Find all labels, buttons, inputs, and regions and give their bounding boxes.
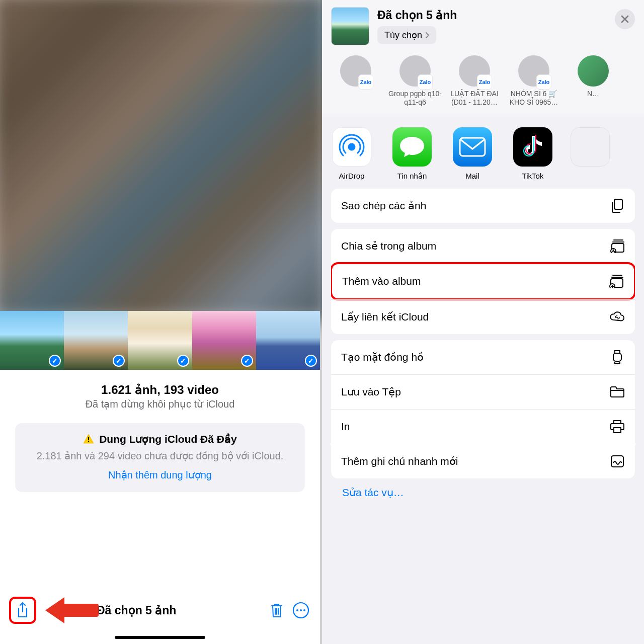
contact-item[interactable]: Zalo NHÓM SỈ 6 🛒 KHO SỈ 0965… [504,55,564,107]
watch-icon [610,350,625,365]
selected-check-icon [305,355,317,367]
thumbnail[interactable] [256,311,320,370]
share-sheet-header: Đã chọn 5 ảnh Tùy chọn [322,0,644,53]
selected-thumbnails-row [0,311,320,370]
edit-actions-link[interactable]: Sửa tác vụ… [331,485,635,501]
app-more[interactable] [571,127,586,181]
icloud-link-icon [610,309,625,325]
action-group: Tạo mặt đồng hồ Lưu vào Tệp In Thêm ghi … [331,340,635,478]
header-thumbnail [331,7,369,45]
app-airdrop[interactable]: AirDrop [329,127,374,181]
sheet-title: Đã chọn 5 ảnh [377,9,607,22]
selected-check-icon [113,355,125,367]
add-album-icon [609,274,624,289]
library-count: 1.621 ảnh, 193 video Đã tạm dừng khôi ph… [0,370,320,419]
messages-icon [392,127,432,167]
contact-item[interactable]: Zalo [326,55,385,107]
svg-rect-0 [88,437,89,440]
apps-row[interactable]: AirDrop Tin nhắn Mail TikTok [322,114,644,185]
svg-rect-7 [460,138,485,156]
tiktok-icon [513,127,552,167]
contact-item[interactable]: Zalo LUẬT ĐẤT ĐAI (D01 - 11.20… [445,55,504,107]
count-main-text: 1.621 ảnh, 193 video [10,383,310,397]
alert-title: Dung Lượng iCloud Đã Đầy [27,433,293,445]
more-apps-icon [571,127,610,167]
save-to-files-action[interactable]: Lưu vào Tệp [331,374,635,409]
icloud-storage-alert[interactable]: Dung Lượng iCloud Đã Đầy 2.181 ảnh và 29… [15,423,305,492]
share-button[interactable] [9,597,36,624]
contact-item[interactable]: Zalo Group pgpb q10-q11-q6 [385,55,445,107]
alert-body: 2.181 ảnh và 294 video chưa được đồng bộ… [27,449,293,463]
selected-check-icon [49,355,61,367]
svg-rect-14 [613,353,621,361]
warning-icon [83,434,94,444]
photo-grid-blurred [0,0,330,321]
svg-point-11 [613,249,614,251]
contact-item[interactable]: N… [564,55,623,107]
folder-icon [610,384,625,399]
svg-rect-1 [88,441,89,442]
share-in-album-action[interactable]: Chia sẻ trong album [331,229,635,263]
zalo-badge-icon: Zalo [418,74,433,90]
close-button[interactable] [615,9,635,29]
icloud-link-action[interactable]: Lấy liên kết iCloud [331,299,635,334]
app-mail[interactable]: Mail [450,127,495,181]
action-group: Chia sẻ trong album Thêm vào album Lấy l… [331,229,635,334]
airdrop-icon [332,127,371,167]
share-sheet-panel: Đã chọn 5 ảnh Tùy chọn Zalo Zalo Group p… [322,0,644,644]
thumbnail[interactable] [128,311,192,370]
thumbnail[interactable] [192,311,256,370]
zalo-badge-icon: Zalo [477,74,492,90]
thumbnail[interactable] [0,311,64,370]
count-sub-text: Đã tạm dừng khôi phục từ iCloud [10,398,310,410]
share-album-icon [610,238,625,254]
svg-rect-15 [611,456,623,467]
get-more-storage-link[interactable]: Nhận thêm dung lượng [27,469,293,481]
selection-count-label: Đã chọn 5 ảnh [97,604,176,617]
annotation-highlight: Thêm vào album [331,262,635,300]
photos-app-panel: 1.621 ảnh, 193 video Đã tạm dừng khôi ph… [0,0,322,644]
svg-point-5 [303,609,305,611]
svg-point-4 [300,609,302,611]
app-messages[interactable]: Tin nhắn [389,127,435,181]
selected-check-icon [177,355,189,367]
svg-point-3 [296,609,298,611]
mail-icon [453,127,492,167]
trash-button[interactable] [267,600,287,620]
svg-point-6 [349,144,355,150]
copy-photos-action[interactable]: Sao chép các ảnh [331,189,635,223]
svg-rect-8 [614,199,622,209]
annotation-arrow [45,598,101,622]
selected-check-icon [241,355,253,367]
add-to-album-action[interactable]: Thêm vào album [332,264,634,298]
print-action[interactable]: In [331,409,635,444]
add-quick-note-action[interactable]: Thêm ghi chú nhanh mới [331,444,635,478]
action-group: Sao chép các ảnh [331,189,635,223]
note-icon [610,454,625,469]
thumbnail[interactable] [64,311,128,370]
create-watch-face-action[interactable]: Tạo mặt đồng hồ [331,340,635,374]
contacts-row[interactable]: Zalo Zalo Group pgpb q10-q11-q6 Zalo LUẬ… [322,53,644,114]
copy-icon [610,198,625,213]
home-indicator[interactable] [115,636,205,639]
more-button[interactable] [291,600,311,620]
actions-section: Sao chép các ảnh Chia sẻ trong album Thê… [322,185,644,511]
zalo-badge-icon: Zalo [536,74,551,90]
app-tiktok[interactable]: TikTok [510,127,555,181]
zalo-badge-icon: Zalo [358,74,373,90]
print-icon [610,419,625,434]
options-button[interactable]: Tùy chọn [377,26,436,44]
